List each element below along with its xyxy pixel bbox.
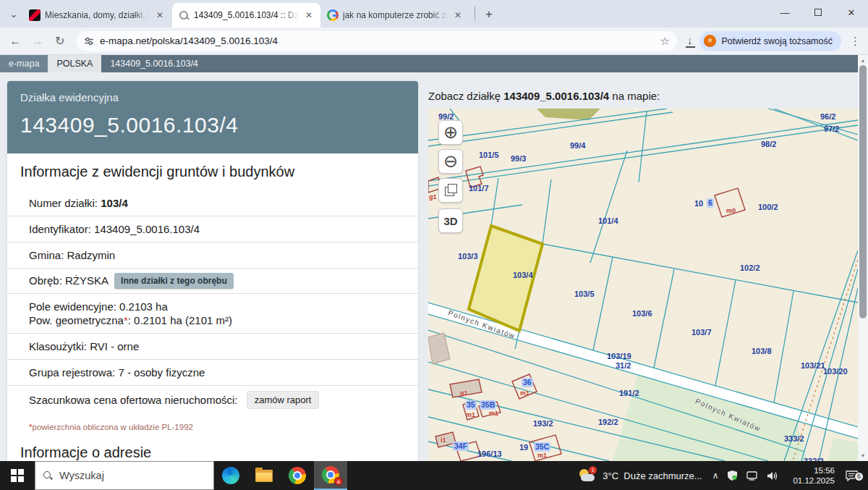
scroll-up-icon[interactable]: ▲ [858,56,868,64]
chrome-taskbar-button[interactable] [281,461,314,490]
numer-label: Numer działki: [29,197,101,209]
show-hidden-icons-chevron[interactable]: ∧ [712,470,719,481]
volume-icon[interactable] [767,471,778,481]
search-input[interactable] [59,470,190,481]
building-label: m1 [537,452,547,459]
weather-text: 3°C Duże zachmurze... [603,470,702,481]
otodom-favicon-icon [29,9,41,21]
layers-button[interactable] [438,178,463,203]
identity-confirm-button[interactable]: Potwierdź swoją tożsamość [699,31,841,51]
scrollbar-thumb[interactable] [859,65,867,318]
cadastral-map[interactable]: 99/296/297/299/498/2101/599/3101/7100/21… [428,109,858,461]
section-title-egib: Informacje z ewidencji gruntów i budynkó… [20,164,418,184]
address-number-label: 36 [522,378,533,387]
magnifier-favicon-icon [178,9,190,21]
building-label: m1 [466,411,475,418]
tab-close-icon[interactable]: ✕ [303,9,315,21]
view-3d-button[interactable]: 3D [438,208,463,233]
explorer-taskbar-button[interactable] [247,461,281,490]
weather-desc: Duże zachmurze... [624,470,702,481]
parcel-number-label: 19 [519,443,528,452]
taskbar-clock[interactable]: 15:56 01.12.2025 [793,465,835,486]
parcel-number-label: 98/2 [761,140,776,148]
street-name-label: Polnych Kwiatów [694,397,762,433]
weather-widget[interactable]: 1 3°C Duże zachmurze... [578,468,702,483]
start-button[interactable] [0,461,35,490]
window-controls: — ✕ [768,0,868,25]
new-tab-button[interactable]: + [480,5,498,24]
zoom-out-button[interactable]: ⊖ [438,149,463,174]
zoom-in-button[interactable]: ⊕ [438,120,463,145]
forward-button[interactable]: → [28,31,48,51]
minimize-button[interactable]: — [768,0,801,25]
reload-button[interactable]: ↻ [50,31,69,51]
page-scrollbar[interactable]: ▲ ▼ [858,55,868,461]
street-name-label: Polnych Kwiatów [447,308,516,340]
chrome-active-taskbar-button[interactable]: a [314,461,347,490]
tab-close-icon[interactable]: ✕ [154,9,166,21]
map-title-suffix: na mapie: [609,90,660,102]
parcel-number-label: 103/21 [801,361,825,370]
parcel-number-label: 333/2 [784,434,804,443]
tab-close-icon[interactable]: ✕ [452,9,464,21]
map-title-prefix: Zobacz działkę [428,90,503,102]
polska-tab[interactable]: POLSKA [48,55,101,72]
back-button[interactable]: ← [6,31,25,51]
row-grupa: Grupa rejestrowa: 7 - osoby fizyczne [7,360,418,386]
parcel-number-label: 103/8 [752,347,772,355]
order-report-button[interactable]: zamów raport [247,391,320,409]
edge-taskbar-button[interactable] [214,461,247,490]
weather-alert-badge: 1 [589,466,597,474]
browser-tabstrip: ⌄ Mieszkania, domy, działki, lokal ✕ 143… [0,0,868,28]
parcel-number-label: 103/7 [692,328,712,337]
emapa-brand-tab[interactable]: e-mapa [0,55,48,72]
search-icon [43,470,53,481]
tab-search-chevron-icon[interactable]: ⌄ [4,4,23,24]
parcel-number-label: 103/20 [823,367,848,376]
parcel-number-label: 100/2 [758,203,778,211]
bookmark-star-icon[interactable]: ☆ [660,35,669,48]
browser-tab-google[interactable]: jak na komputerze zrobić zrzut ✕ [321,3,469,28]
parcel-number-label: 101/5 [479,151,499,159]
cena-label: Szacunkowa cena ofertowa nieruchomości: [29,394,241,406]
action-center-button[interactable]: 6 [842,470,861,481]
network-icon[interactable] [746,471,758,481]
map-labels: 99/296/297/299/498/2101/599/3101/7100/21… [428,109,858,461]
restore-button[interactable] [801,0,835,25]
identity-alert-icon [704,35,716,47]
browser-toolbar: ← → ↻ e-mapa.net/polska/143409_5.0016.10… [0,28,868,55]
address-bar[interactable]: e-mapa.net/polska/143409_5.0016.103/4 ☆ [77,31,677,51]
notification-count-badge: 6 [854,472,864,481]
security-shield-icon[interactable] [728,470,737,481]
site-header-title: 143409_5.0016.103/4 [101,55,207,72]
screen: ⌄ Mieszkania, domy, działki, lokal ✕ 143… [0,0,868,490]
parcel-number-label: 97/2 [824,124,839,133]
building-label: m1 [520,389,529,397]
close-button[interactable]: ✕ [835,0,868,25]
building-label: g1 [429,193,437,200]
restore-icon [814,9,822,16]
building-label: i1 [441,436,446,444]
url-text[interactable]: e-mapa.net/polska/143409_5.0016.103/4 [100,35,660,46]
obreb-label: Obręb: RŻYSKA [29,274,109,287]
parcel-number-label: 103/6 [632,309,652,318]
site-info-icon[interactable] [84,36,94,46]
building-label: m1 [489,410,498,417]
other-parcels-button[interactable]: Inne działki z tego obrębu [114,273,234,289]
folder-icon [255,470,273,482]
parcel-number-label: 103/5 [574,290,595,298]
tray-icons: ∧ [712,470,779,481]
page-content: Działka ewidencyjna 143409_5.0016.103/4 … [0,72,858,461]
map-title: Zobacz działkę 143409_5.0016.103/4 na ma… [428,72,858,102]
browser-tab-otodom[interactable]: Mieszkania, domy, działki, lokal ✕ [23,3,171,28]
browser-tab-emapa[interactable]: 143409_5.0016.103/4 :: Działka ✕ [172,3,320,28]
taskbar-search[interactable] [35,461,214,490]
pole-label: Pole ewidencyjne: 0.2103 ha [29,300,168,313]
downloads-icon[interactable]: ↓ [687,34,693,46]
panel-header: Działka ewidencyjna 143409_5.0016.103/4 [7,81,418,153]
browser-menu-icon[interactable]: ⋮ [848,35,862,48]
chrome-icon [289,467,306,484]
address-number-label: 34F [453,442,469,451]
scroll-down-icon[interactable]: ▼ [858,451,868,460]
clock-date: 01.12.2025 [793,476,835,486]
